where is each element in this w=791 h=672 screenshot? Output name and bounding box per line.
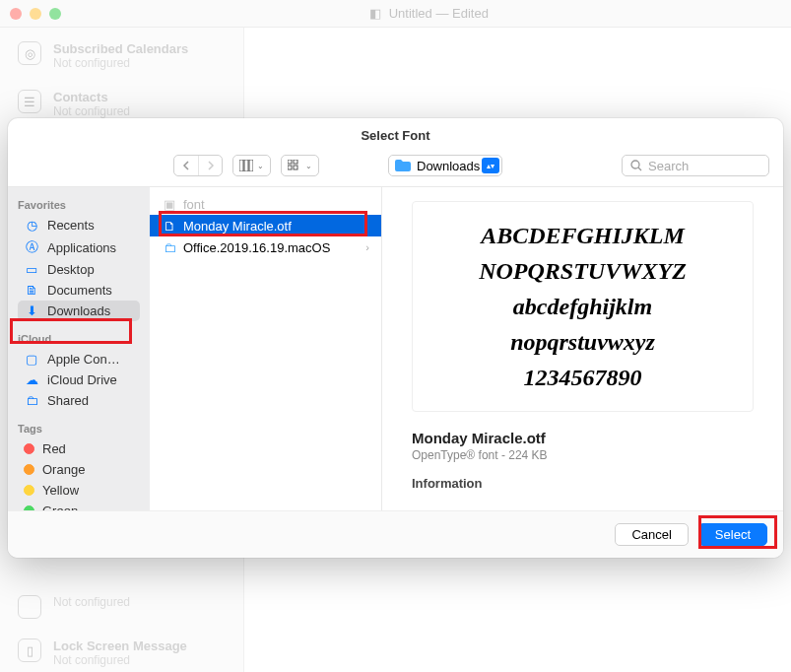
svg-rect-1 [244,160,248,171]
sidebar-item-label: Red [42,441,66,456]
icloud-heading: iCloud [18,333,140,345]
sidebar-item-downloads[interactable]: ⬇Downloads [18,301,140,321]
svg-line-8 [638,168,641,170]
calendar-icon: ◎ [18,41,41,65]
columns-icon [239,160,253,171]
traffic-lights [10,8,61,20]
blank-icon [18,595,41,619]
sidebar-item-documents[interactable]: 🗎Documents [18,280,140,301]
folder-icon: 🗀 [162,240,177,255]
tags-heading: Tags [18,423,140,435]
clock-icon: ◷ [24,218,39,233]
sidebar-tag-orange[interactable]: Orange [18,459,140,480]
sidebar-item-recents[interactable]: ◷Recents [18,215,140,235]
tag-dot-icon [24,443,34,454]
location-popup[interactable]: Downloads ▴▾ [388,155,502,176]
sidebar-item-label: Recents [47,218,95,233]
sidebar-item-desktop[interactable]: ▭Desktop [18,259,140,280]
font-file-icon: 🗋 [162,219,177,234]
file-list-column: ▣ font 🗋 Monday Miracle.otf 🗀 Office.201… [150,187,382,510]
file-picker-sheet: Select Font ⌄ ⌄ Downloads ▴▾ Search [8,118,783,558]
svg-point-7 [631,161,639,168]
grid-icon [288,160,301,171]
bg-title-suffix: — Edited [432,6,489,21]
location-label: Downloads [417,159,480,173]
cloud-icon: ☁ [24,372,39,387]
preview-line: 1234567890 [428,360,737,395]
search-input[interactable]: Search [622,155,769,176]
cancel-button[interactable]: Cancel [615,523,688,546]
svg-rect-2 [249,160,253,171]
bg-sidebar-item: Not configured [14,589,230,633]
bg-item-sub: Not configured [53,653,187,667]
file-row[interactable]: 🗀 Office.2019.16.19.macOS › [150,236,381,258]
bg-item-sub: Not configured [53,595,130,609]
sidebar-tag-yellow[interactable]: Yellow [18,480,140,501]
folder-icon [395,160,411,171]
download-icon: ⬇ [24,303,39,318]
sidebar-tag-green[interactable]: Green [18,501,140,510]
preview-subtitle: OpenType® font - 224 KB [412,448,754,462]
file-name: Office.2019.16.19.macOS [183,240,360,255]
back-button[interactable] [174,156,198,175]
bg-sidebar-item: ▯ Lock Screen MessageNot configured [14,633,230,672]
document-icon: ◧ [369,6,381,21]
bg-titlebar: ◧ Untitled — Edited [0,0,791,28]
chevron-down-icon: ⌄ [257,162,264,170]
sheet-title: Select Font [8,118,783,149]
file-row[interactable]: ▣ font [150,193,381,215]
doc-icon: 🗎 [24,283,39,298]
preview-line: ABCDEFGHIJKLM [428,218,737,253]
group-by-button[interactable]: ⌄ [281,155,319,176]
bg-item-title: Contacts [53,90,130,104]
sidebar-item-label: Yellow [42,483,79,498]
sidebar-item-shared[interactable]: 🗀Shared [18,390,140,411]
chevron-down-icon: ⌄ [305,162,312,170]
preview-line: nopqrstuvwxyz [428,324,737,360]
sidebar-item-applications[interactable]: ⒶApplications [18,235,140,259]
sidebar-item-label: Applications [47,240,116,255]
sidebar-item-label: Documents [47,283,112,298]
svg-rect-4 [294,160,297,164]
bg-item-title: Lock Screen Message [53,638,187,653]
sidebar-item-label: iCloud Drive [47,372,117,387]
tag-dot-icon [24,464,34,475]
sidebar-item-label: Downloads [47,303,110,318]
view-mode-button[interactable]: ⌄ [232,155,271,176]
select-button[interactable]: Select [698,523,767,546]
file-row[interactable]: 🗋 Monday Miracle.otf [150,215,381,236]
bg-title-text: Untitled [389,6,432,21]
file-name: Monday Miracle.otf [183,219,369,234]
sheet-body: Favorites ◷Recents ⒶApplications ▭Deskto… [8,187,783,510]
preview-title: Monday Miracle.otf [412,430,754,446]
bg-window-title: ◧ Untitled — Edited [77,6,781,21]
favorites-heading: Favorites [18,199,140,211]
sidebar-item-iclouddrive[interactable]: ☁iCloud Drive [18,370,140,390]
bg-item-sub: Not configured [53,104,130,118]
svg-rect-6 [294,166,297,169]
svg-rect-0 [239,160,243,171]
sidebar-item-appleconfig[interactable]: ▢Apple Con… [18,349,140,370]
folder-icon: ▣ [162,197,177,212]
zoom-window-button[interactable] [49,8,61,20]
minimize-window-button[interactable] [30,8,41,20]
search-icon [630,160,642,171]
information-heading: Information [412,476,754,491]
nav-back-forward [173,155,223,176]
sidebar-item-label: Shared [47,393,89,408]
popup-chevron-icon: ▴▾ [482,158,499,173]
preview-line: abcdefghijklm [428,289,737,324]
close-window-button[interactable] [10,8,22,20]
sheet-footer: Cancel Select [8,510,783,558]
search-placeholder: Search [648,159,689,173]
forward-button[interactable] [198,156,222,175]
file-name: font [183,197,369,212]
sidebar-item-label: Apple Con… [47,352,120,367]
sidebar-tag-red[interactable]: Red [18,438,140,459]
phone-icon: ▯ [18,638,41,662]
sidebar-item-label: Desktop [47,262,95,277]
desktop-icon: ▭ [24,262,39,277]
bg-sidebar-item: ◎ Subscribed CalendarsNot configured [14,35,230,84]
font-preview: ABCDEFGHIJKLM NOPQRSTUVWXYZ abcdefghijkl… [412,201,754,412]
box-icon: ▢ [24,352,39,367]
